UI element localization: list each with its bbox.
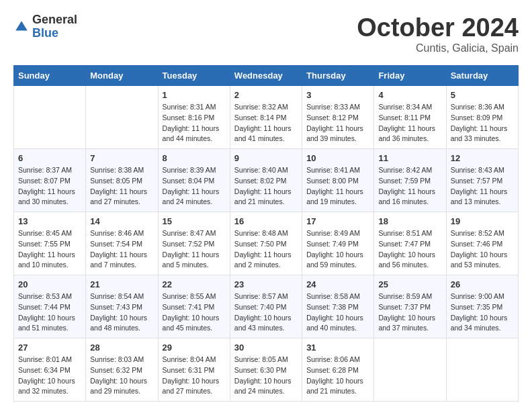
- day-number: 6: [18, 153, 81, 163]
- calendar-cell: 20Sunrise: 8:53 AM Sunset: 7:44 PM Dayli…: [14, 275, 86, 338]
- calendar-cell: 17Sunrise: 8:49 AM Sunset: 7:49 PM Dayli…: [302, 212, 374, 275]
- day-number: 13: [18, 216, 81, 226]
- header-thursday: Thursday: [302, 66, 374, 86]
- calendar-week-row: 6Sunrise: 8:37 AM Sunset: 8:07 PM Daylig…: [14, 149, 519, 212]
- day-info: Sunrise: 8:58 AM Sunset: 7:38 PM Dayligh…: [306, 291, 369, 334]
- day-number: 1: [163, 90, 226, 100]
- logo-text: General Blue: [32, 13, 77, 40]
- day-number: 19: [451, 216, 514, 226]
- month-title: October 2024: [357, 13, 519, 42]
- calendar-cell: 19Sunrise: 8:52 AM Sunset: 7:46 PM Dayli…: [446, 212, 518, 275]
- day-info: Sunrise: 8:46 AM Sunset: 7:54 PM Dayligh…: [90, 228, 153, 271]
- day-info: Sunrise: 8:57 AM Sunset: 7:40 PM Dayligh…: [234, 291, 298, 334]
- day-info: Sunrise: 8:34 AM Sunset: 8:11 PM Dayligh…: [378, 102, 441, 144]
- page-header: General Blue October 2024 Cuntis, Galici…: [13, 13, 519, 54]
- day-number: 5: [451, 90, 514, 100]
- header-monday: Monday: [86, 66, 158, 86]
- day-info: Sunrise: 8:42 AM Sunset: 7:59 PM Dayligh…: [378, 165, 441, 208]
- calendar-cell: 8Sunrise: 8:39 AM Sunset: 8:04 PM Daylig…: [158, 149, 230, 212]
- calendar-cell: 11Sunrise: 8:42 AM Sunset: 7:59 PM Dayli…: [374, 149, 446, 212]
- calendar-cell: [86, 86, 158, 149]
- calendar-week-row: 1Sunrise: 8:31 AM Sunset: 8:16 PM Daylig…: [14, 86, 519, 149]
- day-info: Sunrise: 8:33 AM Sunset: 8:12 PM Dayligh…: [306, 102, 369, 144]
- header-tuesday: Tuesday: [158, 66, 230, 86]
- calendar-cell: 10Sunrise: 8:41 AM Sunset: 8:00 PM Dayli…: [302, 149, 374, 212]
- calendar-cell: 28Sunrise: 8:03 AM Sunset: 6:32 PM Dayli…: [86, 338, 158, 402]
- header-sunday: Sunday: [14, 66, 86, 86]
- day-info: Sunrise: 8:51 AM Sunset: 7:47 PM Dayligh…: [378, 228, 441, 271]
- title-block: October 2024 Cuntis, Galicia, Spain: [357, 13, 519, 54]
- day-info: Sunrise: 8:03 AM Sunset: 6:32 PM Dayligh…: [90, 355, 153, 397]
- day-info: Sunrise: 8:43 AM Sunset: 7:57 PM Dayligh…: [451, 165, 514, 208]
- calendar-cell: 24Sunrise: 8:58 AM Sunset: 7:38 PM Dayli…: [302, 275, 374, 338]
- day-number: 23: [234, 279, 298, 289]
- calendar-week-row: 13Sunrise: 8:45 AM Sunset: 7:55 PM Dayli…: [14, 212, 519, 275]
- day-info: Sunrise: 8:36 AM Sunset: 8:09 PM Dayligh…: [451, 102, 514, 144]
- calendar-cell: 16Sunrise: 8:48 AM Sunset: 7:50 PM Dayli…: [230, 212, 302, 275]
- calendar-cell: 14Sunrise: 8:46 AM Sunset: 7:54 PM Dayli…: [86, 212, 158, 275]
- day-number: 14: [90, 216, 153, 226]
- day-number: 20: [18, 279, 81, 289]
- day-number: 21: [90, 279, 153, 289]
- calendar-cell: 31Sunrise: 8:06 AM Sunset: 6:28 PM Dayli…: [302, 338, 374, 402]
- day-number: 4: [378, 90, 441, 100]
- day-info: Sunrise: 8:31 AM Sunset: 8:16 PM Dayligh…: [163, 102, 226, 144]
- day-info: Sunrise: 8:54 AM Sunset: 7:43 PM Dayligh…: [90, 291, 153, 334]
- calendar-cell: 3Sunrise: 8:33 AM Sunset: 8:12 PM Daylig…: [302, 86, 374, 149]
- day-number: 27: [18, 342, 81, 353]
- calendar-week-row: 27Sunrise: 8:01 AM Sunset: 6:34 PM Dayli…: [14, 338, 519, 402]
- day-info: Sunrise: 8:01 AM Sunset: 6:34 PM Dayligh…: [18, 355, 81, 397]
- day-number: 18: [378, 216, 441, 226]
- logo-blue: Blue: [32, 27, 77, 40]
- day-number: 17: [306, 216, 369, 226]
- calendar-week-row: 20Sunrise: 8:53 AM Sunset: 7:44 PM Dayli…: [14, 275, 519, 338]
- day-info: Sunrise: 8:40 AM Sunset: 8:02 PM Dayligh…: [234, 165, 298, 208]
- calendar-cell: 23Sunrise: 8:57 AM Sunset: 7:40 PM Dayli…: [230, 275, 302, 338]
- day-number: 11: [378, 153, 441, 163]
- calendar-cell: 5Sunrise: 8:36 AM Sunset: 8:09 PM Daylig…: [446, 86, 518, 149]
- calendar-cell: 21Sunrise: 8:54 AM Sunset: 7:43 PM Dayli…: [86, 275, 158, 338]
- calendar-cell: [374, 338, 446, 402]
- day-info: Sunrise: 8:47 AM Sunset: 7:52 PM Dayligh…: [163, 228, 226, 271]
- calendar-cell: 9Sunrise: 8:40 AM Sunset: 8:02 PM Daylig…: [230, 149, 302, 212]
- day-number: 12: [451, 153, 514, 163]
- day-info: Sunrise: 8:53 AM Sunset: 7:44 PM Dayligh…: [18, 291, 81, 334]
- day-info: Sunrise: 8:49 AM Sunset: 7:49 PM Dayligh…: [306, 228, 369, 271]
- calendar-cell: 26Sunrise: 9:00 AM Sunset: 7:35 PM Dayli…: [446, 275, 518, 338]
- day-info: Sunrise: 8:38 AM Sunset: 8:05 PM Dayligh…: [90, 165, 153, 208]
- day-number: 10: [306, 153, 369, 163]
- day-number: 24: [306, 279, 369, 289]
- day-info: Sunrise: 8:45 AM Sunset: 7:55 PM Dayligh…: [18, 228, 81, 271]
- calendar-cell: 1Sunrise: 8:31 AM Sunset: 8:16 PM Daylig…: [158, 86, 230, 149]
- calendar-cell: 4Sunrise: 8:34 AM Sunset: 8:11 PM Daylig…: [374, 86, 446, 149]
- day-info: Sunrise: 8:05 AM Sunset: 6:30 PM Dayligh…: [234, 355, 298, 397]
- day-info: Sunrise: 8:39 AM Sunset: 8:04 PM Dayligh…: [163, 165, 226, 208]
- calendar-cell: 22Sunrise: 8:55 AM Sunset: 7:41 PM Dayli…: [158, 275, 230, 338]
- calendar-cell: 29Sunrise: 8:04 AM Sunset: 6:31 PM Dayli…: [158, 338, 230, 402]
- calendar-cell: 27Sunrise: 8:01 AM Sunset: 6:34 PM Dayli…: [14, 338, 86, 402]
- calendar-table: SundayMondayTuesdayWednesdayThursdayFrid…: [13, 65, 519, 402]
- calendar-cell: 2Sunrise: 8:32 AM Sunset: 8:14 PM Daylig…: [230, 86, 302, 149]
- calendar-cell: 6Sunrise: 8:37 AM Sunset: 8:07 PM Daylig…: [14, 149, 86, 212]
- day-number: 22: [163, 279, 226, 289]
- day-number: 26: [451, 279, 514, 289]
- calendar-cell: 12Sunrise: 8:43 AM Sunset: 7:57 PM Dayli…: [446, 149, 518, 212]
- day-number: 15: [163, 216, 226, 226]
- day-info: Sunrise: 8:59 AM Sunset: 7:37 PM Dayligh…: [378, 291, 441, 334]
- calendar-cell: 7Sunrise: 8:38 AM Sunset: 8:05 PM Daylig…: [86, 149, 158, 212]
- day-info: Sunrise: 8:55 AM Sunset: 7:41 PM Dayligh…: [163, 291, 226, 334]
- day-info: Sunrise: 8:52 AM Sunset: 7:46 PM Dayligh…: [451, 228, 514, 271]
- day-number: 31: [306, 342, 369, 353]
- day-info: Sunrise: 8:32 AM Sunset: 8:14 PM Dayligh…: [234, 102, 298, 144]
- calendar-header-row: SundayMondayTuesdayWednesdayThursdayFrid…: [14, 66, 519, 86]
- calendar-cell: [14, 86, 86, 149]
- day-number: 16: [234, 216, 298, 226]
- location: Cuntis, Galicia, Spain: [357, 42, 519, 54]
- day-number: 9: [234, 153, 298, 163]
- logo-icon: [13, 19, 30, 35]
- svg-marker-0: [15, 21, 28, 30]
- calendar-cell: [446, 338, 518, 402]
- day-info: Sunrise: 8:06 AM Sunset: 6:28 PM Dayligh…: [306, 355, 369, 397]
- day-number: 30: [234, 342, 298, 353]
- day-number: 7: [90, 153, 153, 163]
